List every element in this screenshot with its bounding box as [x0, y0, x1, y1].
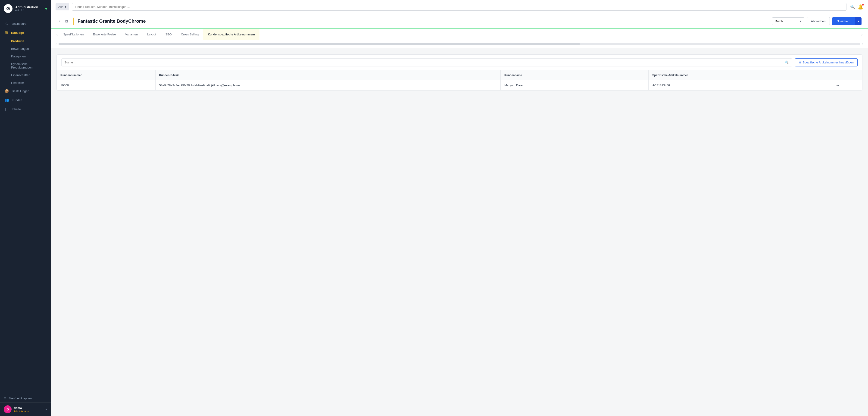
tab-seo[interactable]: SEO	[161, 29, 176, 40]
sidebar-item-bestellungen[interactable]: 📦 Bestellungen	[0, 87, 51, 96]
main-card: 🔍 ⊕ Spezifische Artikelnummer hinzufügen…	[57, 54, 863, 90]
tabs-container: ‹ Spezifikationen Erweiterte Preise Vari…	[51, 29, 868, 40]
back-button[interactable]: ‹	[57, 18, 62, 25]
save-button-group: Speichern ▾	[832, 18, 862, 25]
sidebar-item-dashboard[interactable]: ⊙ Dashboard	[0, 19, 51, 28]
collapse-icon: ☰	[4, 396, 6, 400]
user-info: demo Administrator	[14, 406, 43, 413]
sidebar-footer: D demo Administrator ∧	[0, 402, 51, 416]
tab-cross-selling[interactable]: Cross Selling	[176, 29, 204, 40]
sidebar-item-label: Bestellungen	[12, 89, 29, 93]
user-section: D demo Administrator ∧	[4, 405, 47, 413]
main-content: Alle ▾ 🔍 🔔 ‹ ⧉ Fantastic Granite BodyChr…	[51, 0, 868, 416]
language-selector[interactable]: Dutch ▾	[772, 18, 804, 25]
kataloge-icon: ⊞	[4, 31, 8, 35]
sidebar-kataloge-submenu: Produkte Bewertungen Kategorien Dynamisc…	[0, 37, 51, 87]
tabs-list: Spezifikationen Erweiterte Preise Varian…	[59, 29, 860, 40]
table-body: 10000 58e9c78a9c3e499fa70cb4ab9ae9ba6cjk…	[57, 80, 862, 90]
sidebar: G Administration 6.4.11.1 ⊙ Dashboard ⊞ …	[0, 0, 51, 416]
header-actions: Dutch ▾ Abbrechen Speichern ▾	[772, 17, 862, 25]
search-input-wrap	[72, 3, 846, 11]
search-button[interactable]: 🔍	[849, 4, 856, 10]
sidebar-item-bewertungen[interactable]: Bewertungen	[0, 45, 51, 53]
card-toolbar: 🔍 ⊕ Spezifische Artikelnummer hinzufügen	[57, 55, 862, 70]
card-search-input[interactable]	[64, 59, 785, 66]
sidebar-item-label: Dashboard	[12, 22, 27, 26]
page-title: Fantastic Granite BodyChrome	[78, 19, 768, 24]
sidebar-item-produkte[interactable]: Produkte	[0, 37, 51, 45]
cell-artikelnummer: ACRIS23456	[649, 80, 813, 90]
table-row: 10000 58e9c78a9c3e499fa70cb4ab9ae9ba6cjk…	[57, 80, 862, 90]
user-chevron-icon[interactable]: ∧	[45, 408, 47, 411]
kunden-icon: 👥	[4, 98, 9, 102]
filter-label: Alle	[58, 5, 63, 8]
col-header-artikelnummer: Spezifische Artikelnummer	[649, 70, 813, 80]
sidebar-nav: ⊙ Dashboard ⊞ Kataloge Produkte Bewertun…	[0, 18, 51, 394]
notification-badge	[862, 4, 864, 5]
user-role: Administrator	[14, 410, 43, 413]
language-value: Dutch	[775, 20, 783, 23]
card-search-wrap: 🔍	[61, 58, 792, 66]
data-table: Kundennummer Kunden-E-Mail Kundenname Sp…	[57, 70, 862, 90]
scrollbar-area: ‹ ›	[51, 40, 868, 48]
tabs-prev-button[interactable]: ‹	[56, 31, 59, 38]
search-filter-button[interactable]: Alle ▾	[56, 3, 69, 10]
table-header: Kundennummer Kunden-E-Mail Kundenname Sp…	[57, 70, 862, 80]
content-area: 🔍 ⊕ Spezifische Artikelnummer hinzufügen…	[51, 48, 868, 416]
filter-chevron-icon: ▾	[65, 5, 66, 8]
scroll-thumb	[59, 43, 580, 45]
col-header-kundenname: Kundenname	[501, 70, 649, 80]
search-input[interactable]	[75, 3, 843, 10]
sidebar-item-kunden[interactable]: 👥 Kunden	[0, 96, 51, 105]
topbar: Alle ▾ 🔍 🔔	[51, 0, 868, 14]
app-info: Administration 6.4.11.1	[15, 5, 42, 12]
inhalte-icon: ◫	[4, 107, 9, 111]
cell-kundennummer: 10000	[57, 80, 155, 90]
app-name: Administration	[15, 5, 42, 9]
status-dot	[45, 8, 47, 9]
card-search-icon: 🔍	[785, 60, 789, 65]
sidebar-item-hersteller[interactable]: Hersteller	[0, 79, 51, 87]
row-actions-button[interactable]: ···	[813, 80, 862, 90]
save-dropdown-button[interactable]: ▾	[855, 18, 862, 25]
user-name: demo	[14, 406, 43, 410]
page-nav-buttons: ‹ ⧉	[57, 18, 69, 25]
sidebar-item-label: Kunden	[12, 98, 22, 102]
cell-email: 58e9c78a9c3e499fa70cb4ab9ae9ba6cjkilback…	[155, 80, 500, 90]
tab-layout[interactable]: Layout	[142, 29, 161, 40]
scroll-right-button[interactable]: ›	[862, 42, 863, 46]
sidebar-item-dynamische-produktgruppen[interactable]: Dynamische Produktgruppen	[0, 60, 51, 71]
sidebar-item-kataloge[interactable]: ⊞ Kataloge	[0, 28, 51, 37]
scroll-track[interactable]	[59, 43, 861, 45]
cancel-button[interactable]: Abbrechen	[807, 17, 830, 25]
cell-kundenname: Maryam Dare	[501, 80, 649, 90]
tab-spezifikationen[interactable]: Spezifikationen	[59, 29, 88, 40]
topbar-right: 🔍 🔔	[849, 4, 863, 10]
scroll-left-button[interactable]: ‹	[56, 42, 57, 46]
sidebar-item-label: Kataloge	[11, 31, 24, 34]
app-logo: G	[4, 4, 12, 13]
page-indicator	[73, 18, 74, 25]
menu-collapse-button[interactable]: ☰ Menü einklappen	[0, 394, 51, 402]
sidebar-item-inhalte[interactable]: ◫ Inhalte	[0, 105, 51, 114]
tab-kundenspezifische-artikelnummern[interactable]: Kundenspezifische Artikelnummern	[203, 29, 259, 40]
dashboard-icon: ⊙	[4, 22, 9, 26]
tab-varianten[interactable]: Varianten	[120, 29, 142, 40]
avatar: D	[4, 405, 11, 413]
save-button[interactable]: Speichern	[832, 18, 855, 25]
add-icon: ⊕	[799, 61, 801, 64]
sidebar-item-kategorien[interactable]: Kategorien	[0, 53, 51, 60]
app-version: 6.4.11.1	[15, 9, 42, 12]
add-artikelnummer-button[interactable]: ⊕ Spezifische Artikelnummer hinzufügen	[795, 58, 858, 66]
sidebar-item-eigenschaften[interactable]: Eigenschaften	[0, 71, 51, 79]
tabs-next-button[interactable]: ›	[860, 31, 863, 38]
copy-button[interactable]: ⧉	[63, 18, 69, 25]
sidebar-header: G Administration 6.4.11.1	[0, 0, 51, 18]
notification-button[interactable]: 🔔	[858, 4, 863, 10]
col-header-actions	[813, 70, 862, 80]
bestellungen-icon: 📦	[4, 89, 9, 93]
col-header-email: Kunden-E-Mail	[155, 70, 500, 80]
language-chevron-icon: ▾	[800, 20, 801, 23]
page-header: ‹ ⧉ Fantastic Granite BodyChrome Dutch ▾…	[51, 14, 868, 29]
tab-erweiterte-preise[interactable]: Erweiterte Preise	[88, 29, 121, 40]
